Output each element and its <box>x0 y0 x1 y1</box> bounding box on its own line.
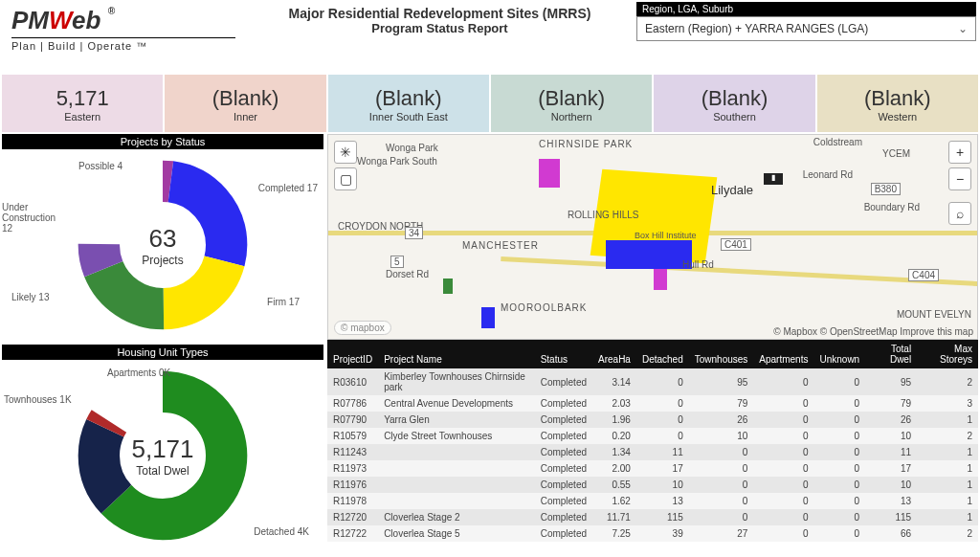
col-header[interactable]: Apartments <box>753 340 813 368</box>
table-row[interactable]: R03610Kimberley Townhouses Chirnside par… <box>327 368 978 395</box>
status-donut[interactable]: 63Projects Completed 17 Firm 17 Likely 1… <box>2 149 323 341</box>
filter-dropdown[interactable]: Eastern (Region) + YARRA RANGES (LGA) ⌄ <box>636 16 976 41</box>
kpi-inner[interactable]: (Blank)Inner <box>165 75 325 132</box>
mapbox-logo: © mapbox <box>334 321 391 335</box>
col-header[interactable]: Project Name <box>378 340 535 368</box>
search-icon[interactable]: ⌕ <box>948 202 971 225</box>
col-header[interactable]: Status <box>535 340 592 368</box>
kpi-western[interactable]: (Blank)Western <box>817 75 978 132</box>
housing-types-card: Housing Unit Types 5,171Total Dwel Apart… <box>2 345 323 551</box>
table-row[interactable]: R07786Central Avenue DevelopmentsComplet… <box>327 395 978 412</box>
table-row[interactable]: R12722Cloverlea Stage 5Completed7.253927… <box>327 525 978 542</box>
logo: PMWeb ® Plan | Build | Operate ™ <box>4 2 243 56</box>
zoom-in-button[interactable]: + <box>948 141 971 164</box>
map[interactable]: ▮ Wonga Park Wonga Park South CHIRNSIDE … <box>327 134 978 340</box>
kpi-eastern[interactable]: 5,171Eastern <box>2 75 163 132</box>
compass-icon[interactable]: ✳ <box>334 141 357 164</box>
region-filter[interactable]: Region, LGA, Suburb Eastern (Region) + Y… <box>636 2 976 41</box>
card-title: Housing Unit Types <box>2 345 323 360</box>
col-header[interactable]: Unknown <box>813 340 865 368</box>
col-header[interactable]: Detached <box>636 340 689 368</box>
kpi-row: 5,171Eastern (Blank)Inner (Blank)Inner S… <box>0 75 980 132</box>
kpi-southern[interactable]: (Blank)Southern <box>654 75 814 132</box>
table-row[interactable]: R11243Completed1.3411000111 <box>327 444 978 460</box>
table-row[interactable]: R11976Completed0.5510000101 <box>327 477 978 493</box>
zoom-out-button[interactable]: − <box>948 167 971 190</box>
table-row[interactable]: R11978Completed1.6213000131 <box>327 493 978 509</box>
kpi-inner-south-east[interactable]: (Blank)Inner South East <box>328 75 489 132</box>
map-attribution[interactable]: © Mapbox © OpenStreetMap Improve this ma… <box>773 326 973 337</box>
table-row[interactable]: R10579Clyde Street TownhousesCompleted0.… <box>327 428 978 444</box>
kpi-northern[interactable]: (Blank)Northern <box>491 75 652 132</box>
col-header[interactable]: AreaHa <box>592 340 636 368</box>
col-header[interactable]: ProjectID <box>327 340 378 368</box>
col-header[interactable]: Townhouses <box>689 340 754 368</box>
header: PMWeb ® Plan | Build | Operate ™ Major R… <box>0 0 980 75</box>
table-row[interactable]: R11973Completed2.0017000171 <box>327 460 978 477</box>
housing-donut[interactable]: 5,171Total Dwel Apartments 0K Townhouses… <box>2 360 323 551</box>
projects-table[interactable]: ProjectIDProject NameStatusAreaHaDetache… <box>327 340 978 553</box>
col-header[interactable]: Total Dwel <box>865 340 917 368</box>
projects-by-status-card: Projects by Status 63Projects Completed … <box>2 134 323 341</box>
filter-label: Region, LGA, Suburb <box>636 2 976 16</box>
frame-icon[interactable]: ▢ <box>334 167 357 190</box>
table-row[interactable]: R07790Yarra GlenCompleted1.9602600261 <box>327 412 978 428</box>
col-header[interactable]: Max Storeys <box>917 340 978 368</box>
card-title: Projects by Status <box>2 134 323 149</box>
page-title: Major Residential Redevelopment Sites (M… <box>243 2 636 35</box>
chevron-down-icon: ⌄ <box>958 22 968 35</box>
table-row[interactable]: R12720Cloverlea Stage 2Completed11.71115… <box>327 509 978 525</box>
filter-value: Eastern (Region) + YARRA RANGES (LGA) <box>645 22 868 35</box>
